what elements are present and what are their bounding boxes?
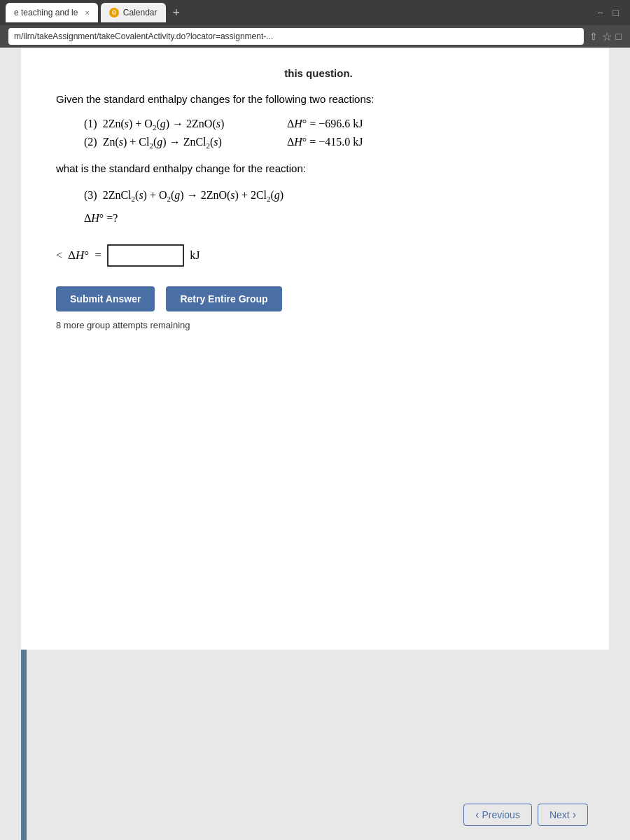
- answer-input[interactable]: [107, 244, 184, 267]
- maximize-icon[interactable]: □: [613, 7, 619, 18]
- previous-button[interactable]: ‹ Previous: [463, 804, 532, 826]
- reader-icon[interactable]: □: [616, 31, 622, 42]
- reaction1-enthalpy: ΔH° = −696.6 kJ: [287, 118, 363, 130]
- buttons-row: Submit Answer Retry Entire Group: [56, 286, 581, 312]
- next-button[interactable]: Next ›: [538, 804, 588, 826]
- reactions-block: (1) 2Zn(s) + O2(g) → 2ZnO(s) ΔH° = −696.…: [84, 118, 581, 150]
- answer-label-delta: ΔH° =: [68, 248, 102, 262]
- next-chevron-icon: ›: [573, 808, 576, 821]
- answer-unit: kJ: [190, 249, 200, 262]
- minimize-icon[interactable]: −: [597, 7, 603, 18]
- previous-label: Previous: [482, 809, 519, 820]
- reaction3-line2: ΔH° =?: [84, 209, 581, 227]
- reaction3-block: (3) 2ZnCl2(s) + O2(g) → 2ZnO(s) + 2Cl2(g…: [84, 186, 581, 227]
- chevron-left-icon: <: [56, 249, 62, 262]
- tab-teaching-close[interactable]: ×: [85, 8, 89, 17]
- browser-chrome: e teaching and le × ⚙ Calendar + − □: [0, 0, 630, 25]
- page-background: this question. Given the standard enthal…: [0, 48, 630, 840]
- question-ask: what is the standard enthalpy change for…: [56, 162, 581, 174]
- next-label: Next: [550, 809, 570, 820]
- previous-chevron-icon: ‹: [475, 808, 479, 821]
- question-intro: Given the standard enthalpy changes for …: [56, 93, 581, 105]
- ask-text: what is the standard enthalpy change for…: [56, 162, 306, 174]
- tab-calendar[interactable]: ⚙ Calendar: [101, 3, 166, 22]
- share-icon[interactable]: ⇧: [589, 31, 598, 42]
- tab-teaching[interactable]: e teaching and le ×: [6, 3, 98, 22]
- tab-teaching-label: e teaching and le: [14, 8, 78, 18]
- question-header: this question.: [56, 67, 581, 79]
- url-box[interactable]: m/ilrn/takeAssignment/takeCovalentActivi…: [8, 28, 584, 45]
- content-card: this question. Given the standard enthal…: [21, 48, 609, 650]
- url-text: m/ilrn/takeAssignment/takeCovalentActivi…: [14, 31, 273, 41]
- submit-answer-button[interactable]: Submit Answer: [56, 286, 155, 312]
- calendar-icon: ⚙: [109, 8, 119, 18]
- window-controls: − □: [597, 7, 624, 18]
- reaction1-line: (1) 2Zn(s) + O2(g) → 2ZnO(s) ΔH° = −696.…: [84, 118, 581, 132]
- reaction1-equation: (1) 2Zn(s) + O2(g) → 2ZnO(s): [84, 118, 266, 132]
- intro-text: Given the standard enthalpy changes for …: [56, 93, 374, 105]
- reaction2-line: (2) Zn(s) + Cl2(g) → ZnCl2(s) ΔH° = −415…: [84, 136, 581, 150]
- star-icon[interactable]: ☆: [602, 30, 612, 43]
- tab-bar: e teaching and le × ⚙ Calendar +: [6, 3, 593, 22]
- answer-row: < ΔH° = kJ: [56, 244, 581, 267]
- address-bar: m/ilrn/takeAssignment/takeCovalentActivi…: [0, 25, 630, 48]
- reaction2-enthalpy: ΔH° = −415.0 kJ: [287, 136, 363, 148]
- retry-entire-group-button[interactable]: Retry Entire Group: [166, 286, 281, 312]
- header-text: this question.: [284, 67, 353, 79]
- reaction3-line1: (3) 2ZnCl2(s) + O2(g) → 2ZnO(s) + 2Cl2(g…: [84, 186, 581, 206]
- attempts-remaining: 8 more group attempts remaining: [56, 320, 581, 330]
- address-bar-icons: ⇧ ☆ □: [589, 30, 622, 43]
- new-tab-button[interactable]: +: [169, 6, 185, 20]
- bottom-navigation: ‹ Previous Next ›: [463, 804, 588, 826]
- tab-calendar-label: Calendar: [123, 8, 158, 18]
- reaction2-equation: (2) Zn(s) + Cl2(g) → ZnCl2(s): [84, 136, 266, 150]
